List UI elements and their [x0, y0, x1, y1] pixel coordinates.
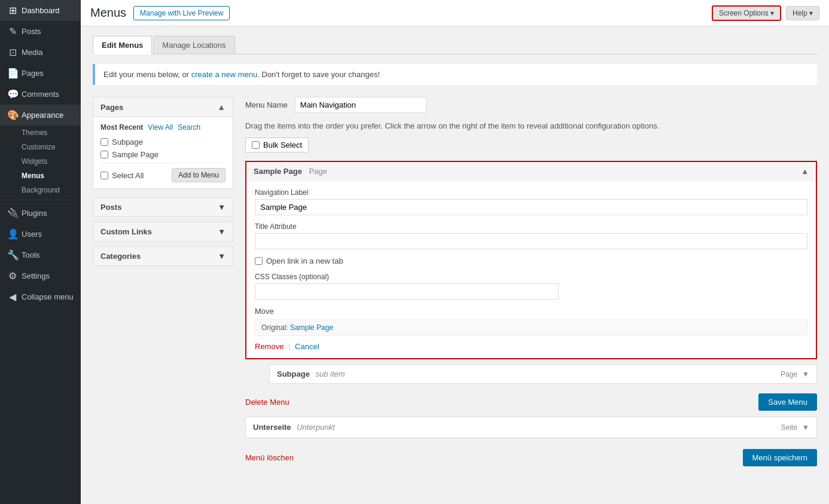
open-new-tab-checkbox[interactable] [255, 257, 263, 265]
css-classes-input[interactable] [255, 283, 559, 300]
pages-panel-toggle[interactable]: ▲ [217, 102, 225, 112]
sidebar-item-appearance[interactable]: 🎨 Appearance [0, 105, 81, 126]
sidebar: ⊞ Dashboard ✎ Posts ⊡ Media 📄 Pages 💬 Co… [0, 0, 81, 504]
sidebar-item-posts[interactable]: ✎ Posts [0, 21, 81, 42]
pages-checkbox-sample-page[interactable] [100, 151, 108, 158]
original-link[interactable]: Sample Page [290, 323, 333, 332]
collapsed-item-expand-arrow[interactable]: ▼ [802, 370, 809, 378]
remove-link[interactable]: Remove [255, 342, 284, 351]
cancel-link[interactable]: Cancel [295, 342, 319, 351]
sidebar-item-pages[interactable]: 📄 Pages [0, 63, 81, 84]
save-menu-button[interactable]: Save Menu [758, 393, 817, 411]
bulk-select-label: Bulk Select [263, 140, 302, 149]
topbar: Menus Manage with Live Preview Screen Op… [81, 0, 829, 26]
original-label: Original: [261, 323, 288, 332]
css-classes-field-group: CSS Classes (optional) [255, 273, 807, 300]
german-delete-menu-link[interactable]: Menü löschen [245, 453, 294, 462]
pages-tab-most-recent[interactable]: Most Recent [100, 123, 143, 132]
info-text-before: Edit your menu below, or [103, 70, 191, 79]
bulk-select-button[interactable]: Bulk Select [245, 138, 309, 152]
sidebar-sub-themes[interactable]: Themes [0, 126, 81, 140]
page-title: Menus [90, 6, 126, 20]
pages-item-subpage: Subpage [100, 138, 225, 146]
menu-item-sample-page-expanded: Sample Page Page ▲ Navigation Label Titl… [245, 161, 817, 359]
pages-panel-header[interactable]: Pages ▲ [93, 97, 233, 117]
custom-links-panel-header[interactable]: Custom Links ▼ [93, 222, 233, 242]
sidebar-item-label: Appearance [22, 111, 63, 120]
german-item-expand-arrow[interactable]: ▼ [802, 423, 809, 432]
sidebar-item-label: Pages [22, 69, 44, 78]
delete-menu-link[interactable]: Delete Menu [245, 398, 289, 407]
sidebar-item-collapse[interactable]: ◀ Collapse menu [0, 286, 81, 307]
tools-icon: 🔧 [7, 249, 18, 261]
sidebar-item-users[interactable]: 👤 Users [0, 224, 81, 245]
bulk-select-checkbox[interactable] [252, 141, 260, 149]
sidebar-item-label: Posts [22, 27, 41, 36]
categories-panel-header[interactable]: Categories ▼ [93, 246, 233, 266]
pages-label-subpage: Subpage [112, 138, 143, 146]
pages-tab-search[interactable]: Search [178, 123, 200, 132]
pages-checkbox-subpage[interactable] [100, 138, 108, 146]
sidebar-item-media[interactable]: ⊡ Media [0, 42, 81, 63]
nav-label-label: Navigation Label [255, 188, 807, 197]
german-item-sub: Unterpunkt [297, 423, 335, 432]
sidebar-item-dashboard[interactable]: ⊞ Dashboard [0, 0, 81, 21]
sidebar-sub-menus[interactable]: Menus [0, 169, 81, 183]
pages-tab-links: Most Recent View All Search [100, 123, 225, 132]
move-label: Move [255, 307, 807, 316]
screen-options-button[interactable]: Screen Options ▾ [712, 5, 781, 21]
open-new-tab-label: Open link in a new tab [266, 256, 343, 265]
pages-select-all-label[interactable]: Select All [100, 171, 144, 180]
pages-panel-body: Most Recent View All Search Subpage Samp… [93, 117, 233, 188]
tab-manage-locations[interactable]: Manage Locations [153, 36, 234, 54]
menu-item-body: Navigation Label Title Attribute Open li… [246, 181, 816, 358]
menu-item-subpage-collapsed: Subpage sub item Page ▼ [269, 364, 817, 384]
categories-panel-toggle-icon: ▼ [218, 252, 225, 261]
sidebar-item-label: Media [22, 48, 42, 57]
pages-panel: Pages ▲ Most Recent View All Search Subp… [93, 97, 233, 189]
pages-label-sample-page: Sample Page [112, 150, 159, 159]
menu-item-header-left: Sample Page Page [254, 167, 327, 176]
german-save-menu-button[interactable]: Menü speichern [743, 449, 818, 466]
sidebar-item-tools[interactable]: 🔧 Tools [0, 245, 81, 265]
help-button[interactable]: Help ▾ [786, 6, 819, 20]
german-item-right: Seite ▼ [781, 423, 809, 432]
german-item-type: Seite [781, 423, 797, 432]
title-attr-input[interactable] [255, 233, 807, 249]
menu-name-input[interactable] [295, 97, 426, 113]
bottom-bar: Delete Menu Save Menu [245, 393, 817, 411]
menu-name-label: Menu Name [245, 100, 288, 109]
german-menu-item: Unterseite Unterpunkt Seite ▼ [246, 417, 816, 438]
sidebar-item-comments[interactable]: 💬 Comments [0, 84, 81, 105]
two-col-layout: Pages ▲ Most Recent View All Search Subp… [93, 97, 817, 472]
menu-name-row: Menu Name [245, 97, 817, 113]
sidebar-sub-widgets[interactable]: Widgets [0, 154, 81, 169]
live-preview-button[interactable]: Manage with Live Preview [133, 6, 230, 20]
sidebar-item-label: Settings [22, 271, 50, 280]
sidebar-sub-customize[interactable]: Customize [0, 140, 81, 154]
sidebar-item-label: Plugins [22, 209, 47, 218]
posts-panel-header[interactable]: Posts ▼ [93, 197, 233, 217]
collapsed-item-subtype: sub item [316, 369, 345, 378]
menu-item-collapse-arrow[interactable]: ▲ [801, 167, 809, 176]
pages-tab-view-all[interactable]: View All [148, 123, 173, 132]
nav-label-input[interactable] [255, 199, 807, 215]
pages-select-all-text: Select All [112, 171, 144, 180]
pages-select-all-checkbox[interactable] [100, 172, 108, 179]
german-bottom-bar: Menü löschen Menü speichern [245, 443, 817, 472]
custom-links-panel-title: Custom Links [100, 227, 152, 236]
sidebar-item-label: Dashboard [22, 6, 60, 15]
sidebar-sub-background[interactable]: Background [0, 183, 81, 197]
tab-edit-menus[interactable]: Edit Menus [93, 36, 152, 54]
menu-item-expanded-header: Sample Page Page ▲ [246, 162, 816, 181]
pages-add-to-menu-button[interactable]: Add to Menu [172, 168, 225, 182]
pages-select-all-row: Select All Add to Menu [100, 163, 225, 182]
german-item-left: Unterseite Unterpunkt [253, 423, 335, 432]
custom-links-panel-toggle-icon: ▼ [218, 227, 225, 236]
create-new-menu-link[interactable]: create a new menu [191, 70, 258, 79]
sidebar-item-plugins[interactable]: 🔌 Plugins [0, 203, 81, 224]
sidebar-item-settings[interactable]: ⚙ Settings [0, 265, 81, 286]
tabs: Edit Menus Manage Locations [93, 36, 817, 54]
plugins-icon: 🔌 [7, 207, 18, 219]
posts-panel-toggle-icon: ▼ [218, 203, 225, 212]
